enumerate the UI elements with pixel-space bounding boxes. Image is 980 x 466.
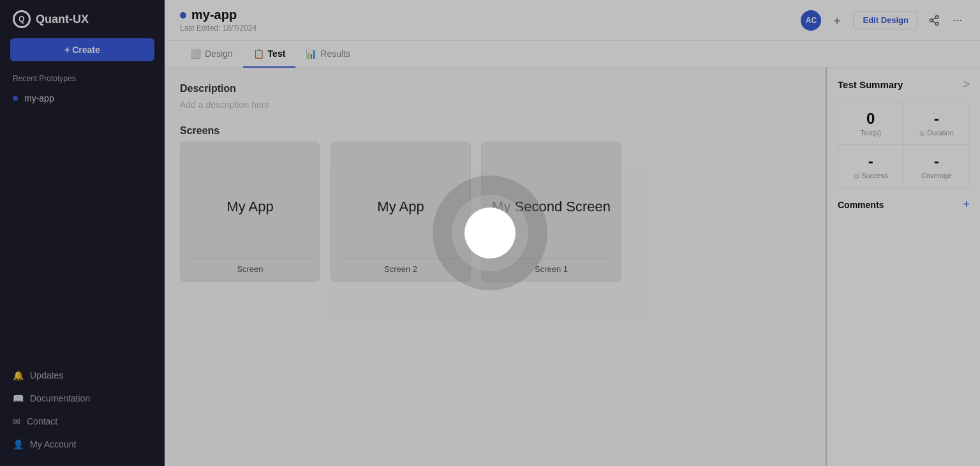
documentation-label: Documentation [30, 393, 90, 403]
sidebar-item-updates[interactable]: 🔔 Updates [0, 364, 165, 387]
tab-results[interactable]: 📊 Results [295, 41, 360, 68]
sidebar-item-label: my-app [24, 93, 54, 103]
design-tab-label: Design [205, 49, 233, 59]
duration-icon: ◎ [919, 130, 925, 137]
stat-coverage-label: Coverage [912, 172, 962, 179]
sidebar: Q Quant-UX + Create Recent Prototypes my… [0, 0, 165, 466]
header-left: my-app Last Edited: 18/7/2024 [180, 8, 256, 33]
stat-tests: 0 Test(s) [838, 102, 904, 145]
project-status-dot [180, 12, 186, 19]
contact-label: Contact [27, 416, 57, 426]
stat-success-label: ◎ Success [846, 172, 896, 179]
screen-card-0[interactable]: My App Screen [180, 142, 320, 282]
screen-card-inner-2: My Second Screen [489, 155, 613, 259]
header: my-app Last Edited: 18/7/2024 AC ＋ Edit … [165, 0, 980, 41]
logo-icon: Q [13, 10, 31, 28]
screens-grid: My App Screen My App Screen 2 My Second … [180, 142, 810, 282]
main-area: my-app Last Edited: 18/7/2024 AC ＋ Edit … [165, 0, 980, 466]
stat-coverage-value: - [912, 153, 962, 170]
header-right: AC ＋ Edit Design ··· [801, 10, 965, 31]
contact-icon: ✉ [13, 416, 20, 426]
tab-design[interactable]: ⬜ Design [180, 41, 243, 68]
stat-tests-label: Test(s) [846, 129, 896, 137]
screen-title-2: My Second Screen [492, 199, 611, 215]
svg-line-3 [932, 21, 935, 23]
results-tab-label: Results [320, 49, 350, 59]
sidebar-item-contact[interactable]: ✉ Contact [0, 410, 165, 433]
panel-expand-icon[interactable]: > [963, 78, 970, 91]
updates-label: Updates [30, 370, 63, 380]
avatar: AC [801, 10, 821, 31]
add-button[interactable]: ＋ [829, 10, 845, 31]
create-button[interactable]: + Create [10, 38, 154, 61]
screen-card-inner-0: My App [188, 155, 312, 259]
documentation-icon: 📖 [13, 393, 24, 403]
sidebar-logo: Q Quant-UX [0, 10, 165, 38]
stat-coverage: - Coverage [904, 145, 970, 187]
test-tab-label: Test [268, 49, 286, 59]
stat-tests-value: 0 [846, 110, 896, 128]
stat-duration-value: - [912, 110, 962, 128]
comments-title: Comments [838, 200, 884, 210]
last-edited: Last Edited: 18/7/2024 [180, 24, 256, 33]
main-content: Description Add a description here Scree… [165, 68, 826, 466]
my-account-label: My Account [30, 439, 76, 449]
tab-test[interactable]: 📋 Test [243, 41, 296, 68]
screen-name-1: Screen 2 [339, 259, 463, 274]
app-name: Quant-UX [36, 13, 89, 26]
tabs-bar: ⬜ Design 📋 Test 📊 Results [165, 41, 980, 68]
screen-name-0: Screen [188, 259, 312, 274]
active-dot [13, 96, 18, 101]
svg-point-1 [930, 19, 933, 22]
share-button[interactable] [926, 12, 942, 29]
description-label: Description [180, 83, 810, 94]
panel-title: Test Summary [838, 79, 903, 90]
updates-icon: 🔔 [13, 370, 24, 380]
stat-duration-label: ◎ Duration [912, 129, 962, 137]
comments-add-button[interactable]: + [963, 198, 970, 211]
svg-point-0 [935, 15, 939, 19]
design-tab-icon: ⬜ [190, 49, 201, 59]
screen-title-0: My App [226, 199, 273, 215]
recent-section-title: Recent Prototypes [0, 74, 165, 88]
screen-title-1: My App [377, 199, 424, 215]
screens-label: Screens [180, 125, 810, 137]
edit-design-button[interactable]: Edit Design [853, 11, 918, 29]
screen-card-inner-1: My App [339, 155, 463, 259]
stat-success: - ◎ Success [838, 145, 904, 187]
sidebar-item-my-app[interactable]: my-app [0, 88, 165, 109]
test-tab-icon: 📋 [253, 49, 264, 59]
sidebar-item-documentation[interactable]: 📖 Documentation [0, 387, 165, 410]
stat-success-value: - [846, 153, 896, 170]
screen-name-2: Screen 1 [489, 259, 613, 274]
right-panel: Test Summary > 0 Test(s) - ◎ Duration [827, 68, 980, 466]
results-tab-icon: 📊 [306, 49, 316, 59]
more-options-button[interactable]: ··· [950, 11, 965, 29]
content-area: Description Add a description here Scree… [165, 68, 980, 466]
create-label: + Create [64, 45, 100, 55]
success-icon: ◎ [854, 172, 859, 179]
screen-card-1[interactable]: My App Screen 2 [330, 142, 471, 282]
stat-duration: - ◎ Duration [904, 102, 970, 145]
project-title: my-app [180, 8, 256, 22]
panel-header: Test Summary > [838, 78, 970, 91]
stats-grid: 0 Test(s) - ◎ Duration - ◎ Su [838, 101, 970, 188]
sidebar-item-my-account[interactable]: 👤 My Account [0, 433, 165, 456]
svg-line-4 [932, 17, 935, 19]
description-placeholder: Add a description here [180, 100, 810, 110]
svg-point-2 [935, 22, 939, 26]
my-account-icon: 👤 [13, 439, 24, 449]
comments-header: Comments + [838, 198, 970, 211]
project-name: my-app [191, 8, 237, 22]
sidebar-spacer [0, 109, 165, 364]
screen-card-2[interactable]: My Second Screen Screen 1 [481, 142, 621, 282]
